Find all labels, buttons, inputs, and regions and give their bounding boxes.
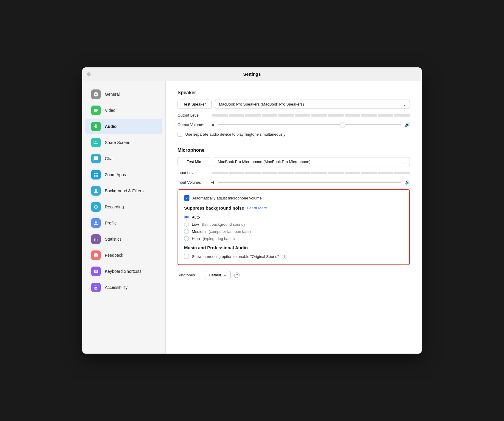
suppress-noise-title: Suppress background noise [184, 205, 244, 210]
sidebar-item-feedback[interactable]: Feedback [85, 247, 162, 263]
radio-auto-row: Auto [184, 215, 403, 219]
separator-1 [178, 142, 410, 142]
zoom-apps-icon [91, 170, 101, 179]
statistics-icon [91, 234, 101, 244]
sidebar-item-profile[interactable]: Profile [85, 215, 162, 231]
test-speaker-button[interactable]: Test Speaker [178, 100, 211, 109]
feedback-icon [91, 250, 101, 260]
highlighted-section: Automatically adjust microphone volume S… [178, 189, 410, 265]
window-title: Settings [243, 72, 261, 77]
settings-window: Settings General Video [82, 67, 422, 354]
sidebar-item-accessibility[interactable]: Accessibility [85, 280, 162, 295]
sidebar-item-statistics[interactable]: Statistics [85, 231, 162, 247]
microphone-dropdown-wrapper[interactable]: MacBook Pro Microphone (MacBook Pro Micr… [214, 157, 410, 166]
sidebar-item-general[interactable]: General [85, 86, 162, 102]
level-seg-1 [212, 114, 228, 117]
sidebar-item-background-filters[interactable]: Background & Filters [85, 183, 162, 199]
sidebar-label-keyboard-shortcuts: Keyboard Shortcuts [105, 269, 141, 274]
sidebar-label-profile: Profile [105, 221, 117, 225]
noise-suppress-radio-group: Auto Low (faint background sound) Medium… [184, 215, 403, 241]
learn-more-link[interactable]: Learn More [247, 206, 267, 210]
radio-medium[interactable] [184, 229, 189, 234]
auto-adjust-label: Automatically adjust microphone volume [192, 196, 262, 200]
level-seg-8 [328, 114, 344, 117]
level-seg-10 [361, 114, 377, 117]
level-seg-7 [311, 114, 327, 117]
sidebar-label-share-screen: Share Screen [105, 140, 130, 145]
audio-icon [91, 122, 101, 131]
sidebar-item-keyboard-shortcuts[interactable]: Keyboard Shortcuts [85, 264, 162, 279]
radio-medium-label: Medium [192, 229, 206, 234]
level-seg-3 [245, 114, 261, 117]
general-icon [91, 89, 101, 99]
sidebar-label-feedback: Feedback [105, 253, 123, 258]
slider-thumb[interactable] [340, 122, 345, 127]
sidebar-label-statistics: Statistics [105, 237, 122, 242]
sidebar-label-background-filters: Background & Filters [105, 188, 144, 193]
content-area: General Video Audio Sha [82, 81, 422, 354]
radio-high[interactable] [184, 236, 189, 241]
input-level-seg-6 [295, 172, 311, 174]
level-seg-5 [278, 114, 294, 117]
level-seg-4 [262, 114, 278, 117]
speaker-dropdown-wrapper[interactable]: MacBook Pro Speakers (MacBook Pro Speake… [215, 100, 410, 109]
input-level-seg-3 [245, 172, 261, 174]
auto-adjust-checkbox[interactable] [184, 195, 189, 201]
input-level-seg-7 [311, 172, 327, 174]
original-sound-checkbox[interactable] [184, 254, 189, 259]
level-seg-9 [345, 114, 360, 117]
background-filters-icon [91, 186, 101, 196]
ringtones-help-icon[interactable]: ? [234, 273, 239, 278]
test-mic-button[interactable]: Test Mic [178, 157, 210, 166]
input-level-label: Input Level: [178, 171, 207, 175]
original-sound-help-icon[interactable]: ? [282, 254, 287, 259]
sidebar-item-zoom-apps[interactable]: Zoom Apps [85, 167, 162, 182]
svg-point-7 [95, 255, 96, 255]
microphone-section-title: Microphone [178, 148, 410, 153]
separate-audio-checkbox[interactable] [178, 132, 182, 137]
radio-high-row: High (typing, dog barks) [184, 236, 403, 241]
speaker-section-title: Speaker [178, 90, 410, 95]
output-volume-slider[interactable] [218, 122, 401, 128]
level-seg-2 [229, 114, 245, 117]
sidebar-label-general: General [105, 92, 120, 97]
sidebar-label-zoom-apps: Zoom Apps [105, 172, 126, 177]
radio-low[interactable] [184, 222, 189, 227]
input-level-seg-9 [345, 172, 360, 174]
radio-low-desc: (faint background sound) [202, 222, 245, 227]
sidebar-item-audio[interactable]: Audio [85, 119, 162, 134]
speaker-select[interactable]: MacBook Pro Speakers (MacBook Pro Speake… [215, 100, 410, 109]
level-seg-6 [295, 114, 311, 117]
radio-auto[interactable] [184, 215, 189, 219]
input-volume-label: Input Volume: [178, 180, 207, 185]
ringtones-dropdown[interactable]: Default ⌄ [205, 271, 231, 279]
volume-low-icon: ◀ [211, 122, 214, 127]
input-volume-slider[interactable] [218, 179, 401, 185]
microphone-select[interactable]: MacBook Pro Microphone (MacBook Pro Micr… [214, 157, 410, 166]
output-volume-label: Output Volume: [178, 123, 207, 127]
sidebar-item-chat[interactable]: Chat [85, 151, 162, 166]
ringtones-row: Ringtones Default ⌄ ? [178, 271, 410, 279]
sidebar-label-recording: Recording [105, 205, 124, 209]
sidebar-label-video: Video [105, 108, 116, 113]
output-level-bar [212, 114, 410, 117]
svg-point-5 [95, 206, 97, 208]
svg-rect-3 [97, 175, 98, 177]
input-slider-fill [218, 182, 401, 183]
accessibility-icon [91, 283, 101, 292]
input-level-row: Input Level: [178, 171, 410, 175]
sidebar-item-share-screen[interactable]: Share Screen [85, 135, 162, 150]
svg-rect-0 [94, 173, 95, 174]
input-level-seg-10 [361, 172, 377, 174]
auto-adjust-row: Automatically adjust microphone volume [184, 195, 403, 201]
sidebar: General Video Audio Sha [82, 81, 166, 354]
radio-medium-desc: (computer fan, pen taps) [209, 229, 251, 234]
input-level-seg-11 [378, 172, 393, 174]
sidebar-item-video[interactable]: Video [85, 103, 162, 118]
input-slider-track [218, 182, 401, 183]
sidebar-item-recording[interactable]: Recording [85, 199, 162, 215]
keyboard-shortcuts-icon [91, 267, 101, 276]
original-sound-row: Show in-meeting option to enable "Origin… [184, 254, 403, 259]
traffic-light[interactable] [87, 72, 91, 76]
share-screen-icon [91, 138, 101, 147]
